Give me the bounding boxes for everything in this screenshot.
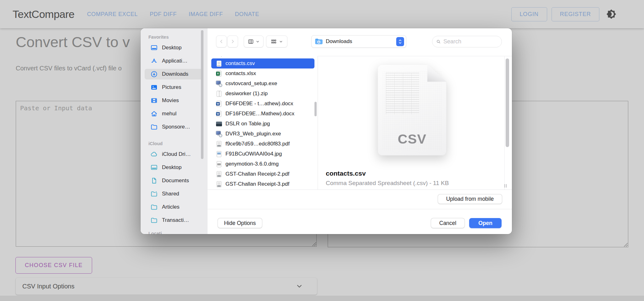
cloud-icon bbox=[150, 150, 158, 158]
search-input[interactable] bbox=[443, 38, 498, 45]
file-name: F91BCuOWIAAI0o4.jpg bbox=[225, 151, 282, 157]
sidebar-item-label: iCloud Dri… bbox=[162, 151, 191, 157]
file-row[interactable]: GST-Challan Receipt-2.pdf bbox=[211, 169, 314, 179]
home-icon bbox=[150, 110, 158, 118]
folder-icon bbox=[150, 123, 158, 131]
sidebar-item-label: mehul bbox=[162, 111, 176, 117]
sidebar-item-pictures[interactable]: Pictures bbox=[145, 82, 203, 93]
group-view-icon bbox=[270, 38, 277, 45]
file-row[interactable]: W DF16FDE9E…Mathew).docx bbox=[211, 109, 314, 119]
sidebar-item-label: Downloads bbox=[162, 71, 188, 77]
file-name: DVR3_Web_plugin.exe bbox=[225, 131, 281, 137]
file-name: DSLR on Table.jpg bbox=[225, 121, 270, 127]
word-file-icon: W bbox=[216, 101, 222, 107]
preview-file-details: Comma Separated Spreadsheet (.csv) - 11 … bbox=[326, 180, 449, 187]
dropdown-stepper-icon bbox=[396, 37, 404, 46]
sidebar-item-label: Pictures bbox=[162, 84, 181, 90]
file-row[interactable]: W DF6FDE9E - t…athew).docx bbox=[211, 99, 314, 109]
csv-file-icon: csv bbox=[216, 60, 222, 67]
app-store-icon bbox=[150, 57, 158, 65]
favorites-section-label: Favorites bbox=[148, 35, 208, 40]
preview-scrollbar-gutter bbox=[504, 56, 505, 189]
file-row[interactable]: X contacts.xlsx bbox=[211, 68, 314, 79]
file-name: GST-Challan Receipt-3.pdf bbox=[225, 181, 289, 187]
sidebar-item-transactions[interactable]: Transacti… bbox=[145, 215, 203, 226]
sidebar-item-label: Transacti… bbox=[162, 217, 189, 223]
sidebar-item-shared[interactable]: Shared bbox=[145, 189, 203, 199]
document-icon bbox=[150, 177, 158, 184]
sidebar-item-label: Articles bbox=[162, 204, 180, 210]
sidebar-item-label: Applicati… bbox=[162, 58, 187, 64]
sidebar-item-downloads[interactable]: Downloads bbox=[145, 69, 203, 79]
column-view-button[interactable] bbox=[244, 36, 264, 47]
icloud-section-label: iCloud bbox=[148, 141, 208, 146]
sidebar-item-articles[interactable]: Articles bbox=[145, 202, 203, 212]
sidebar-item-applications[interactable]: Applicati… bbox=[145, 56, 203, 66]
word-file-icon: W bbox=[216, 111, 222, 117]
open-button[interactable]: Open bbox=[469, 218, 502, 228]
zip-file-icon bbox=[216, 90, 222, 97]
pdf-file-icon bbox=[216, 141, 222, 147]
pictures-icon bbox=[150, 84, 158, 91]
sidebar-item-home[interactable]: mehul bbox=[145, 108, 203, 119]
sidebar-item-label: Shared bbox=[162, 191, 179, 197]
installer-file-icon bbox=[216, 80, 222, 87]
desktop-icon bbox=[150, 164, 158, 171]
file-row[interactable]: f9ce9b7d59…edc80f83.pdf bbox=[211, 139, 314, 149]
hide-options-button[interactable]: Hide Options bbox=[218, 218, 262, 228]
desktop-icon bbox=[150, 44, 158, 52]
file-name: desiworker (1).zip bbox=[225, 90, 268, 97]
file-row[interactable]: DSLR on Table.jpg bbox=[211, 119, 314, 129]
downloads-folder-icon bbox=[315, 38, 323, 45]
sidebar-scrollbar[interactable] bbox=[201, 30, 203, 159]
sidebar-item-documents[interactable]: Documents bbox=[145, 175, 203, 186]
folder-icon bbox=[150, 203, 158, 211]
sidebar-item-icloud-drive[interactable]: iCloud Dri… bbox=[145, 149, 203, 160]
upload-from-mobile-button[interactable]: Upload from mobile bbox=[438, 194, 502, 204]
folder-icon bbox=[150, 216, 158, 224]
location-dropdown[interactable]: Downloads bbox=[311, 35, 406, 48]
file-name: f9ce9b7d59…edc80f83.pdf bbox=[225, 141, 290, 147]
file-name: GST-Challan Receipt-2.pdf bbox=[225, 171, 289, 177]
excel-file-icon: X bbox=[216, 70, 222, 77]
file-list: csv contacts.csv X contacts.xlsx csvtovc… bbox=[208, 56, 318, 189]
sidebar-item-label: Desktop bbox=[162, 164, 181, 171]
file-name: DF16FDE9E…Mathew).docx bbox=[225, 111, 294, 117]
file-name: contacts.csv bbox=[225, 60, 255, 67]
cancel-button[interactable]: Cancel bbox=[431, 218, 465, 228]
sidebar-item-label: Desktop bbox=[162, 45, 181, 51]
preview-scrollbar[interactable] bbox=[506, 58, 509, 147]
sidebar-item-label: Movies bbox=[162, 97, 179, 104]
column-resize-handle[interactable] bbox=[504, 184, 507, 188]
shared-folder-icon bbox=[150, 190, 158, 198]
file-row[interactable]: csv contacts.csv bbox=[211, 58, 314, 68]
file-name: DF6FDE9E - t…athew).docx bbox=[225, 101, 293, 107]
photo-file-icon bbox=[216, 121, 222, 127]
file-row[interactable]: F91BCuOWIAAI0o4.jpg bbox=[211, 149, 314, 159]
group-view-button[interactable] bbox=[266, 36, 287, 47]
locations-section-label: Locati… bbox=[148, 231, 208, 234]
sidebar-item-label: Documents bbox=[162, 178, 189, 184]
footer-divider bbox=[208, 209, 512, 209]
chevron-down-icon bbox=[279, 40, 283, 44]
file-row[interactable]: desiworker (1).zip bbox=[211, 89, 314, 99]
location-dropdown-value: Downloads bbox=[326, 38, 396, 45]
file-list-scrollbar[interactable] bbox=[314, 102, 317, 116]
file-row[interactable]: DVR3_Web_plugin.exe bbox=[211, 129, 314, 139]
search-field[interactable] bbox=[432, 36, 502, 47]
sidebar-item-movies[interactable]: Movies bbox=[145, 95, 203, 106]
forward-button[interactable] bbox=[227, 36, 238, 47]
file-row[interactable]: csvtovcard_setup.exe bbox=[211, 79, 314, 89]
image-file-icon bbox=[216, 151, 222, 157]
preview-filename: contacts.csv bbox=[326, 170, 366, 177]
file-row[interactable]: genymotion-3.6.0.dmg bbox=[211, 159, 314, 169]
column-divider[interactable] bbox=[318, 56, 318, 189]
sidebar-item-desktop[interactable]: Desktop bbox=[145, 42, 203, 53]
back-button[interactable] bbox=[216, 36, 227, 47]
search-icon bbox=[436, 39, 441, 44]
file-name: csvtovcard_setup.exe bbox=[225, 80, 277, 87]
chevron-down-icon bbox=[256, 40, 260, 44]
sidebar-item-sponsored[interactable]: Sponsore… bbox=[145, 122, 203, 132]
file-row[interactable]: GST-Challan Receipt-3.pdf bbox=[211, 179, 314, 189]
sidebar-item-icloud-desktop[interactable]: Desktop bbox=[145, 162, 203, 173]
